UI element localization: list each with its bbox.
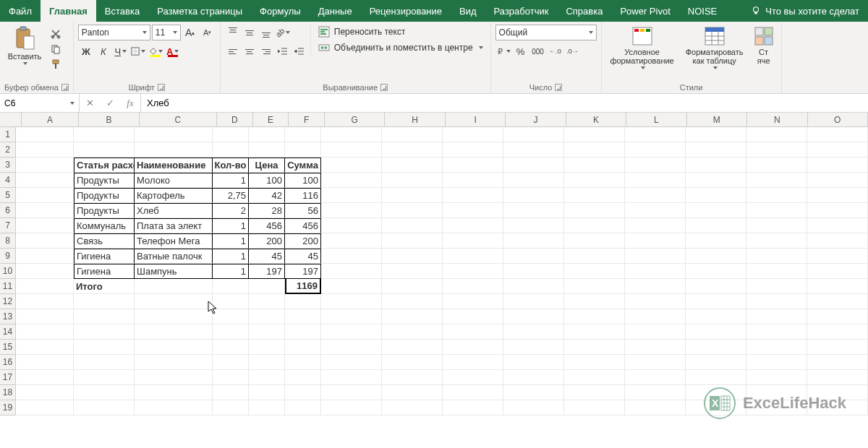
col-header[interactable]: I: [446, 113, 506, 126]
row-header[interactable]: 17: [0, 370, 15, 385]
cell[interactable]: 1: [213, 218, 249, 233]
cell[interactable]: Коммуналь: [74, 218, 135, 233]
cell[interactable]: 42: [249, 188, 285, 203]
align-bottom-button[interactable]: [258, 25, 274, 40]
table-header[interactable]: Сумма: [285, 158, 321, 173]
bold-button[interactable]: Ж: [78, 43, 94, 59]
cell[interactable]: 45: [285, 249, 321, 264]
borders-button[interactable]: [130, 43, 146, 59]
col-header[interactable]: D: [217, 113, 253, 126]
col-header[interactable]: B: [79, 113, 139, 126]
tell-me-search[interactable]: Что вы хотите сделат: [742, 0, 868, 22]
paste-button[interactable]: Вставить: [4, 25, 45, 66]
row-header[interactable]: 2: [0, 142, 15, 158]
accounting-format-button[interactable]: ₽: [495, 43, 511, 59]
col-header[interactable]: A: [22, 113, 79, 126]
cell[interactable]: 45: [249, 249, 285, 264]
tab-review[interactable]: Рецензирование: [361, 0, 451, 22]
cell[interactable]: 2,75: [213, 188, 249, 203]
col-header[interactable]: J: [506, 113, 566, 126]
col-header[interactable]: E: [253, 113, 289, 126]
col-header[interactable]: C: [140, 113, 217, 126]
name-box[interactable]: [0, 94, 80, 112]
decrease-decimal-button[interactable]: .0→: [565, 43, 581, 59]
row-header[interactable]: 14: [0, 324, 15, 340]
font-dialog-launcher[interactable]: [158, 84, 165, 91]
decrease-font-button[interactable]: A▾: [200, 25, 216, 40]
formula-input[interactable]: [141, 94, 868, 112]
cell[interactable]: Телефон Мега: [135, 233, 213, 249]
format-painter-button[interactable]: [48, 58, 64, 71]
tab-page-layout[interactable]: Разметка страницы: [148, 0, 251, 22]
increase-decimal-button[interactable]: ←.0: [548, 43, 563, 59]
align-center-button[interactable]: [242, 43, 258, 59]
wrap-text-button[interactable]: Переносить текст: [315, 25, 486, 39]
cell[interactable]: 56: [285, 203, 321, 218]
cell[interactable]: Плата за элект: [135, 218, 213, 233]
cell[interactable]: 197: [249, 264, 285, 279]
tab-home[interactable]: Главная: [41, 0, 96, 22]
cell[interactable]: Шампунь: [135, 264, 213, 279]
select-all-corner[interactable]: [0, 113, 22, 126]
fill-color-button[interactable]: [148, 43, 163, 59]
cut-button[interactable]: [48, 27, 64, 40]
cell[interactable]: 100: [249, 173, 285, 188]
insert-function-button[interactable]: fx: [120, 98, 140, 109]
increase-indent-button[interactable]: [292, 43, 307, 59]
tab-data[interactable]: Данные: [310, 0, 361, 22]
row-header[interactable]: 12: [0, 294, 15, 309]
row-header[interactable]: 1: [0, 127, 15, 142]
table-header[interactable]: Статья расход: [74, 158, 135, 173]
cell[interactable]: 197: [285, 264, 321, 279]
tab-insert[interactable]: Вставка: [96, 0, 148, 22]
row-header[interactable]: 9: [0, 249, 15, 264]
row-header[interactable]: 18: [0, 385, 15, 400]
cell[interactable]: 1: [213, 249, 249, 264]
row-header[interactable]: 16: [0, 355, 15, 370]
col-header[interactable]: M: [687, 113, 747, 126]
row-header[interactable]: 8: [0, 233, 15, 249]
copy-button[interactable]: [48, 43, 64, 56]
cell[interactable]: 28: [249, 203, 285, 218]
tab-view[interactable]: Вид: [451, 0, 485, 22]
cell[interactable]: 456: [285, 218, 321, 233]
cell[interactable]: 456: [249, 218, 285, 233]
cell[interactable]: Гигиена: [74, 249, 135, 264]
table-header[interactable]: Цена: [249, 158, 285, 173]
cell[interactable]: 100: [285, 173, 321, 188]
cell[interactable]: Продукты: [74, 173, 135, 188]
cell[interactable]: 1: [213, 233, 249, 249]
merge-center-button[interactable]: Объединить и поместить в центре: [315, 40, 486, 55]
font-color-button[interactable]: А: [165, 43, 181, 59]
tab-powerpivot[interactable]: Power Pivot: [611, 0, 678, 22]
cell[interactable]: Картофель: [135, 188, 213, 203]
italic-button[interactable]: К: [95, 43, 111, 59]
cell-styles-button[interactable]: Ст яче: [751, 25, 777, 66]
tab-formulas[interactable]: Формулы: [251, 0, 310, 22]
cell-total-value[interactable]: 1169: [285, 279, 321, 294]
orientation-button[interactable]: ab: [275, 25, 291, 40]
row-header[interactable]: 5: [0, 188, 15, 203]
col-header[interactable]: O: [808, 113, 868, 126]
cell[interactable]: Хлеб: [135, 203, 213, 218]
format-as-table-button[interactable]: Форматировать как таблицу: [681, 25, 748, 71]
row-header[interactable]: 6: [0, 203, 15, 218]
cell[interactable]: 200: [249, 233, 285, 249]
cell[interactable]: Ватные палочк: [135, 249, 213, 264]
cell[interactable]: Гигиена: [74, 264, 135, 279]
cancel-formula-button[interactable]: ✕: [80, 98, 100, 108]
tab-help[interactable]: Справка: [557, 0, 611, 22]
tab-developer[interactable]: Разработчик: [485, 0, 558, 22]
decrease-indent-button[interactable]: [275, 43, 291, 59]
cell[interactable]: Связь: [74, 233, 135, 249]
col-header[interactable]: K: [566, 113, 626, 126]
font-name-select[interactable]: Panton: [78, 25, 150, 40]
row-header[interactable]: 3: [0, 158, 15, 173]
increase-font-button[interactable]: A▴: [182, 25, 198, 40]
align-top-button[interactable]: [225, 25, 241, 40]
cell[interactable]: 116: [285, 188, 321, 203]
col-header[interactable]: N: [747, 113, 807, 126]
table-header[interactable]: Наименование: [135, 158, 213, 173]
col-header[interactable]: G: [325, 113, 385, 126]
row-header[interactable]: 19: [0, 400, 15, 415]
